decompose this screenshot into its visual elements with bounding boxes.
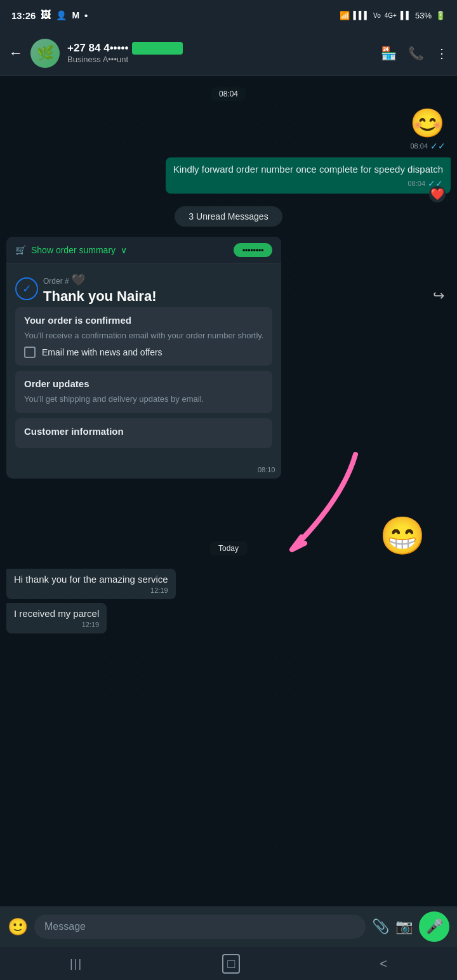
nav-recents[interactable]: ||| bbox=[70, 957, 83, 970]
order-id-row: ✓ Order # 🖤 Thank you Naira! bbox=[15, 273, 272, 305]
email-checkbox[interactable] bbox=[24, 347, 36, 358]
contact-sub: Business A•••unt bbox=[67, 55, 373, 64]
green-blur-overlay bbox=[132, 42, 183, 55]
order-header-left: 🛒 Show order summary ∨ bbox=[15, 245, 127, 255]
contact-name: +27 84 4••••• bbox=[67, 42, 373, 55]
bubble-meta-emoji: 08:04 ✓✓ bbox=[410, 141, 446, 151]
chat-area: 08:04 😊 08:04 ✓✓ Kindly forward order nu… bbox=[0, 76, 457, 901]
status-right: 📶 ▌▌▌ Vo 4G+ ▌▌ 53% 🔋 bbox=[340, 11, 446, 20]
lte-label: 4G+ bbox=[385, 12, 397, 19]
status-left: 13:26 🖼 👤 M • bbox=[11, 10, 88, 21]
parcel-text: I received my parcel bbox=[14, 608, 99, 619]
mic-button[interactable]: 🎤 bbox=[419, 911, 449, 942]
order-updates-section: Order updates You'll get shipping and de… bbox=[15, 371, 272, 413]
avatar[interactable]: 🌿 bbox=[30, 39, 60, 68]
input-bar: 🙂 📎 📷 🎤 bbox=[0, 906, 457, 947]
status-bar: 13:26 🖼 👤 M • 📶 ▌▌▌ Vo 4G+ ▌▌ 53% 🔋 bbox=[0, 0, 457, 30]
status-time: 13:26 bbox=[11, 10, 36, 21]
battery-label: 53% bbox=[415, 11, 432, 20]
today-divider: Today bbox=[209, 542, 248, 553]
order-header-button[interactable]: •••••••• bbox=[234, 243, 273, 257]
order-confirmed-section: Your order is confirmed You'll receive a… bbox=[15, 307, 272, 366]
volte-label: Vo bbox=[373, 12, 381, 19]
wifi-icon: 📶 bbox=[340, 11, 350, 20]
unread-badge: 3 Unread Messages bbox=[6, 206, 451, 227]
nav-home[interactable]: □ bbox=[222, 954, 240, 974]
order-id-emoji: 🖤 bbox=[71, 274, 85, 286]
photo-icon: 🖼 bbox=[41, 10, 51, 21]
customer-info-title: Customer information bbox=[24, 426, 263, 437]
order-confirmed-title: Your order is confirmed bbox=[24, 315, 263, 326]
share-icon[interactable]: ↪ bbox=[433, 288, 444, 303]
bubble-emoji: 😊 08:04 ✓✓ bbox=[405, 104, 451, 154]
contact-info: +27 84 4••••• Business A•••unt bbox=[67, 42, 373, 64]
order-check-circle: ✓ bbox=[15, 277, 38, 300]
call-icon[interactable]: 📞 bbox=[408, 46, 424, 61]
bubble-time-emoji: 08:04 bbox=[410, 142, 428, 150]
large-smiley-emoji: 😁 bbox=[380, 514, 425, 557]
bubble-text-order: Kindly forward order number once complet… bbox=[173, 162, 443, 177]
bubble-meta-order: 08:04 ✓✓ bbox=[173, 178, 443, 189]
gmail-icon: M bbox=[72, 10, 79, 20]
customer-info-section: Customer information bbox=[15, 418, 272, 448]
order-card: 🛒 Show order summary ∨ •••••••• ✓ Order … bbox=[6, 237, 281, 479]
msg-row-emoji: 😊 08:04 ✓✓ bbox=[6, 104, 451, 154]
battery-icon: 🔋 bbox=[435, 11, 446, 20]
attach-button[interactable]: 📎 bbox=[372, 918, 389, 935]
email-checkbox-label: Email me with news and offers bbox=[42, 347, 162, 357]
nav-bar: ||| □ < bbox=[0, 947, 457, 980]
msg-row-parcel: I received my parcel 12:19 bbox=[6, 603, 451, 633]
card-meta-row: 08:10 bbox=[6, 462, 281, 479]
order-updates-title: Order updates bbox=[24, 378, 263, 389]
email-checkbox-row[interactable]: Email me with news and offers bbox=[24, 347, 263, 358]
back-button[interactable]: ← bbox=[9, 45, 23, 62]
person-icon: 👤 bbox=[56, 10, 67, 20]
time-bubble-0804: 08:04 bbox=[6, 88, 451, 99]
mic-icon: 🎤 bbox=[426, 918, 443, 935]
pink-arrow-svg bbox=[254, 448, 381, 588]
msg-row-order-card: 🛒 Show order summary ∨ •••••••• ✓ Order … bbox=[6, 237, 451, 482]
dot-icon: • bbox=[84, 10, 88, 21]
emoji-content: 😊 bbox=[410, 107, 446, 140]
more-icon[interactable]: ⋮ bbox=[435, 46, 448, 61]
nav-back[interactable]: < bbox=[380, 957, 387, 971]
thanks-text: Hi thank you for the amazing service bbox=[14, 574, 168, 585]
message-input[interactable] bbox=[34, 915, 366, 939]
emoji-button[interactable]: 🙂 bbox=[8, 917, 28, 937]
camera-button[interactable]: 📷 bbox=[395, 918, 413, 935]
cart-icon: 🛒 bbox=[15, 245, 26, 255]
order-card-body: ✓ Order # 🖤 Thank you Naira! Your order … bbox=[6, 264, 281, 462]
msg-row-thanks: Hi thank you for the amazing service 12:… bbox=[6, 569, 451, 599]
bubble-time-order: 08:04 bbox=[407, 180, 425, 187]
thanks-time: 12:19 bbox=[150, 586, 168, 594]
signal-icon: ▌▌▌ bbox=[354, 11, 370, 20]
order-card-header[interactable]: 🛒 Show order summary ∨ •••••••• bbox=[6, 237, 281, 264]
bubble-parcel: I received my parcel 12:19 bbox=[6, 603, 107, 633]
bubble-meta-parcel: 12:19 bbox=[14, 621, 99, 628]
check-marks-emoji: ✓✓ bbox=[430, 141, 446, 151]
bubble-meta-thanks: 12:19 bbox=[14, 586, 168, 594]
bubble-thanks: Hi thank you for the amazing service 12:… bbox=[6, 569, 176, 599]
order-updates-text: You'll get shipping and delivery updates… bbox=[24, 393, 263, 406]
order-id-text: Order # 🖤 bbox=[43, 273, 156, 287]
order-confirmed-text: You'll receive a confirmation email with… bbox=[24, 329, 263, 342]
share-icon-wrapper[interactable]: ↪ bbox=[433, 288, 444, 304]
header-icons: 🏪 📞 ⋮ bbox=[381, 46, 448, 61]
order-id-info: Order # 🖤 Thank you Naira! bbox=[43, 273, 156, 305]
reaction-heart: ❤️ bbox=[429, 186, 446, 202]
msg-row-order: Kindly forward order number once complet… bbox=[6, 157, 451, 194]
order-thank-you: Thank you Naira! bbox=[43, 288, 156, 305]
today-row: Today 😁 bbox=[6, 533, 451, 562]
chat-header: ← 🌿 +27 84 4••••• Business A•••unt 🏪 📞 ⋮ bbox=[0, 30, 457, 76]
bubble-order: Kindly forward order number once complet… bbox=[166, 157, 451, 194]
signal2-icon: ▌▌ bbox=[401, 11, 411, 20]
shop-icon[interactable]: 🏪 bbox=[381, 46, 397, 61]
chevron-down-icon: ∨ bbox=[121, 245, 127, 255]
parcel-time: 12:19 bbox=[82, 621, 100, 628]
